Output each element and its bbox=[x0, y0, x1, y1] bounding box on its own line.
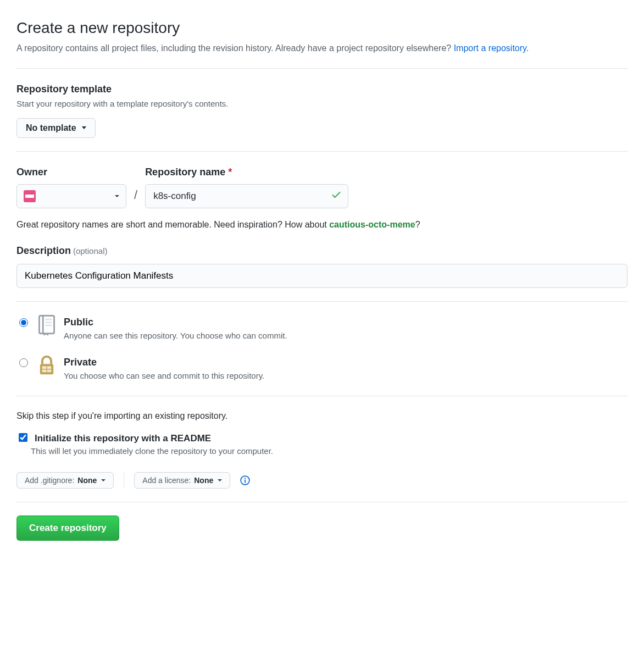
subtitle-text: A repository contains all project files,… bbox=[16, 43, 454, 53]
divider bbox=[16, 502, 628, 502]
private-radio[interactable] bbox=[19, 358, 28, 367]
visibility-public-option[interactable]: Public Anyone can see this repository. Y… bbox=[16, 315, 628, 342]
svg-rect-3 bbox=[45, 322, 52, 323]
public-radio[interactable] bbox=[19, 318, 28, 327]
required-mark: * bbox=[228, 167, 232, 178]
public-title: Public bbox=[64, 315, 287, 330]
private-desc: You choose who can see and commit to thi… bbox=[64, 370, 264, 383]
readme-desc: This will let you immediately clone the … bbox=[31, 445, 628, 458]
divider bbox=[16, 68, 628, 69]
template-selected-label: No template bbox=[26, 123, 76, 133]
template-heading: Repository template bbox=[16, 82, 628, 97]
private-title: Private bbox=[64, 355, 264, 370]
description-input[interactable] bbox=[16, 264, 628, 288]
public-desc: Anyone can see this repository. You choo… bbox=[64, 330, 287, 342]
svg-point-10 bbox=[245, 478, 246, 479]
repository-name-input[interactable] bbox=[145, 184, 348, 208]
info-icon[interactable] bbox=[240, 475, 250, 485]
svg-rect-2 bbox=[45, 318, 52, 320]
repo-name-label: Repository name * bbox=[145, 165, 348, 180]
vertical-divider bbox=[124, 473, 124, 488]
caret-down-icon bbox=[82, 126, 86, 129]
gitignore-select-button[interactable]: Add .gitignore: None bbox=[16, 472, 114, 489]
divider bbox=[16, 151, 628, 152]
name-hint: Great repository names are short and mem… bbox=[16, 218, 628, 231]
template-select-button[interactable]: No template bbox=[16, 118, 96, 138]
divider bbox=[16, 396, 628, 396]
caret-down-icon bbox=[101, 479, 106, 481]
license-select-button[interactable]: Add a license: None bbox=[134, 472, 230, 489]
optional-label: (optional) bbox=[73, 246, 108, 256]
avatar bbox=[24, 190, 36, 202]
divider bbox=[16, 301, 628, 302]
svg-rect-11 bbox=[245, 479, 246, 483]
repo-public-icon bbox=[37, 315, 56, 336]
lock-icon bbox=[37, 355, 56, 376]
readme-label: Initialize this repository with a README bbox=[35, 431, 211, 446]
owner-select-button[interactable] bbox=[16, 184, 126, 208]
page-subtitle: A repository contains all project files,… bbox=[16, 42, 628, 55]
check-icon bbox=[331, 189, 342, 203]
create-repository-button[interactable]: Create repository bbox=[16, 516, 119, 541]
owner-label: Owner bbox=[16, 165, 126, 180]
slash-separator: / bbox=[134, 186, 137, 204]
svg-rect-0 bbox=[39, 315, 54, 334]
page-title: Create a new repository bbox=[16, 16, 628, 40]
template-sub: Start your repository with a template re… bbox=[16, 98, 628, 110]
svg-rect-4 bbox=[45, 324, 52, 326]
skip-note: Skip this step if you're importing an ex… bbox=[16, 409, 628, 423]
readme-checkbox[interactable] bbox=[19, 433, 27, 442]
caret-down-icon bbox=[218, 479, 222, 481]
visibility-private-option[interactable]: Private You choose who can see and commi… bbox=[16, 355, 628, 383]
caret-down-icon bbox=[115, 195, 119, 197]
import-repository-link[interactable]: Import a repository. bbox=[454, 43, 529, 53]
description-label: Description bbox=[16, 245, 71, 256]
name-suggestion-link[interactable]: cautious-octo-meme bbox=[329, 220, 415, 229]
